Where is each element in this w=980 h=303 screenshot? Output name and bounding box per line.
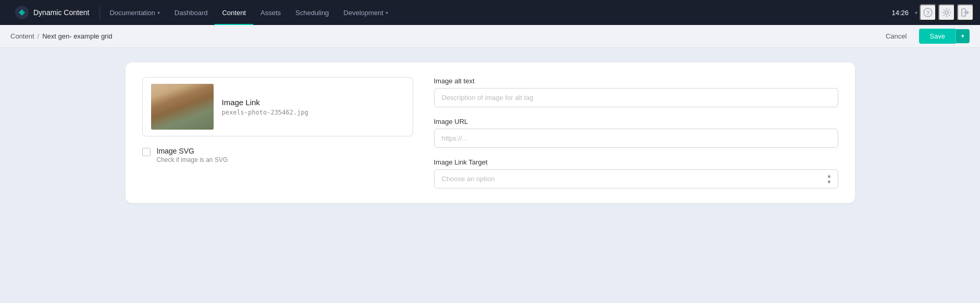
nav-assets[interactable]: Assets [253,0,288,25]
nav-right: 14:26 ▾ ? [887,4,974,21]
alt-text-label: Image alt text [434,77,838,85]
nav-dashboard[interactable]: Dashboard [167,0,215,25]
nav-documentation[interactable]: Documentation ▾ [102,0,167,25]
app-logo[interactable]: Dynamic Content [6,5,97,20]
exit-button[interactable] [957,4,974,21]
alt-text-group: Image alt text [434,77,838,107]
breadcrumb-actions: Cancel Save ▾ [877,29,970,44]
save-chevron-icon: ▾ [961,33,964,39]
svg-label-desc: Check if image is an SVG [157,156,228,163]
main-content: Image Link pexels-photo-235462.jpg Image… [0,48,980,303]
cancel-button[interactable]: Cancel [877,29,915,43]
exit-icon [961,8,970,17]
save-button-group: Save ▾ [919,29,970,44]
svg-point-3 [945,11,948,14]
svg-rect-9 [151,120,214,122]
top-nav: Dynamic Content Documentation ▾ Dashboar… [0,0,980,25]
image-link-title: Image Link [222,98,308,107]
gear-icon [942,8,951,17]
svg-point-11 [171,113,194,130]
nav-content[interactable]: Content [215,0,253,25]
right-panel: Image alt text Image URL Image Link Targ… [434,77,838,188]
svg-point-15 [175,88,190,98]
svg-point-16 [173,92,177,103]
nav-scheduling[interactable]: Scheduling [288,0,336,25]
svg-label-title: Image SVG [157,147,228,155]
content-card: Image Link pexels-photo-235462.jpg Image… [126,62,855,203]
image-svg-checkbox[interactable] [142,148,151,156]
thumbnail-image [151,84,214,130]
svg-rect-5 [151,84,214,130]
breadcrumb-bar: Content / Next gen- example grid Cancel … [0,25,980,48]
image-url-label: Image URL [434,118,838,125]
svg-rect-6 [151,84,214,130]
link-target-group: Image Link Target Choose an option _self… [434,158,838,188]
breadcrumb: Content / Next gen- example grid [10,32,113,40]
time-chevron-icon: ▾ [915,10,917,16]
help-button[interactable]: ? [920,4,936,21]
svg-rect-12 [176,105,189,120]
svg-rect-10 [151,125,214,127]
image-url-group: Image URL [434,118,838,148]
svg-text:?: ? [926,10,930,16]
chevron-down-icon: ▾ [157,10,160,16]
save-chevron-button[interactable]: ▾ [956,29,970,43]
svg-rect-19 [188,94,190,105]
link-target-select[interactable]: Choose an option _self _blank _parent _t… [434,169,838,188]
save-button[interactable]: Save [919,29,956,44]
app-title: Dynamic Content [33,8,89,17]
nav-development[interactable]: Development ▾ [336,0,395,25]
svg-rect-18 [175,94,177,105]
svg-rect-8 [151,115,214,117]
app-logo-icon [15,5,29,20]
help-icon: ? [923,8,933,17]
alt-text-input[interactable] [434,88,838,107]
image-thumbnail [151,84,214,130]
nav-time: 14:26 [887,9,913,17]
image-url-input[interactable] [434,129,838,148]
chevron-down-icon-2: ▾ [386,10,388,16]
link-target-label: Image Link Target [434,158,838,166]
breadcrumb-current: Next gen- example grid [42,32,112,40]
nav-divider [100,5,100,20]
svg-rect-13 [180,100,184,106]
svg-checkbox-row: Image SVG Check if image is an SVG [142,147,413,163]
svg-point-17 [188,92,192,103]
left-panel: Image Link pexels-photo-235462.jpg Image… [142,77,413,188]
svg-label: Image SVG Check if image is an SVG [157,147,228,163]
link-target-select-wrapper: Choose an option _self _blank _parent _t… [434,169,838,188]
svg-rect-7 [151,112,214,130]
image-link-filename: pexels-photo-235462.jpg [222,109,308,116]
breadcrumb-separator: / [38,32,40,40]
image-link-info: Image Link pexels-photo-235462.jpg [222,98,308,116]
image-link-box: Image Link pexels-photo-235462.jpg [142,77,413,136]
settings-button[interactable] [938,4,955,21]
breadcrumb-content-link[interactable]: Content [10,32,34,40]
svg-point-14 [175,89,190,106]
